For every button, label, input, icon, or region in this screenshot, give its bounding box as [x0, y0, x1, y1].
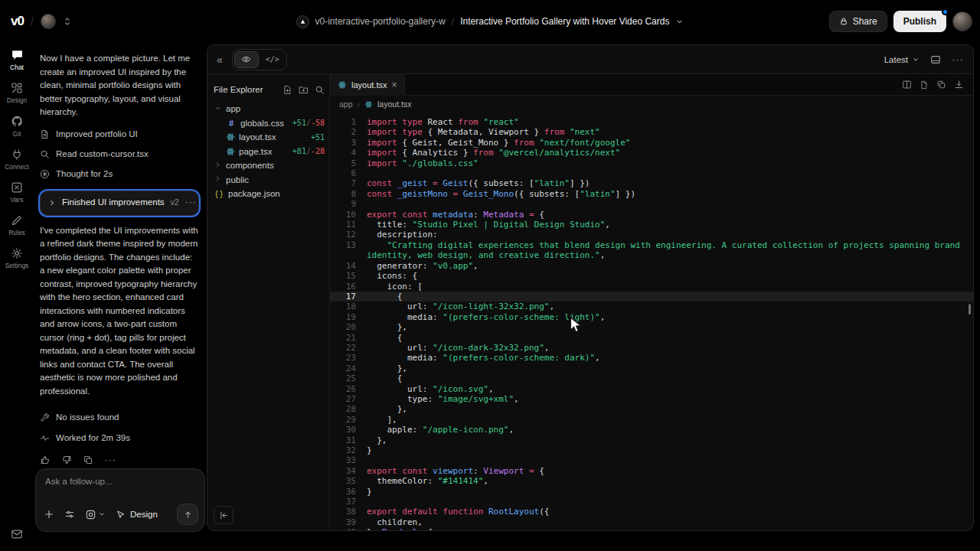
code-line-27[interactable]: 27 type: "image/svg+xml",: [330, 394, 973, 404]
code-line-17[interactable]: 17 {: [330, 292, 973, 302]
task-row[interactable]: Read custom-cursor.tsx: [40, 145, 199, 165]
code-line-31[interactable]: 31 },: [330, 435, 973, 445]
new-file-icon[interactable]: [283, 85, 292, 95]
code-line-39[interactable]: 39 children,: [330, 517, 973, 527]
code-toggle-button[interactable]: </>: [260, 51, 285, 68]
tab-layout-tsx[interactable]: layout.tsx ×: [330, 74, 405, 96]
task-row[interactable]: Thought for 2s: [40, 165, 199, 184]
code-line-21[interactable]: 21 {: [330, 333, 973, 343]
source-selector[interactable]: [85, 509, 106, 520]
version-card[interactable]: Finished UI improvements v2 ···: [40, 191, 199, 216]
code-line-3[interactable]: 3import { Geist, Geist_Mono } from "next…: [330, 138, 973, 148]
user-avatar[interactable]: [952, 11, 972, 31]
publish-button[interactable]: Publish: [893, 11, 946, 32]
followup-input-card[interactable]: Ask a follow-up... Design: [35, 468, 205, 532]
share-button[interactable]: Share: [829, 11, 887, 32]
code-line-40[interactable]: 40}: Readonly<{: [330, 527, 973, 530]
code-line-2[interactable]: 2import type { Metadata, Viewport } from…: [330, 127, 973, 137]
code-line-14[interactable]: 14 generator: "v0.app",: [330, 261, 973, 271]
tree-item-public[interactable]: public: [214, 173, 325, 187]
collapse-explorer-button[interactable]: [214, 506, 234, 524]
code-line-35[interactable]: 35 themeColor: "#141414",: [330, 476, 973, 486]
code-line-25[interactable]: 25 {: [330, 373, 973, 383]
code-line-8[interactable]: 8const _geistMono = Geist_Mono({ subsets…: [330, 189, 973, 199]
code-line-30[interactable]: 30 apple: "/apple-icon.png",: [330, 425, 973, 435]
code-line-16[interactable]: 16 icon: [: [330, 282, 973, 292]
code-line-22[interactable]: 22 url: "/icon-dark-32x32.png",: [330, 343, 973, 353]
feedback-mail-button[interactable]: [0, 528, 34, 540]
chevron-down-icon[interactable]: [675, 18, 684, 26]
code-line-15[interactable]: 15 icons: {: [330, 271, 973, 281]
close-tab-icon[interactable]: ×: [391, 80, 397, 90]
split-view-icon[interactable]: [902, 80, 912, 90]
rail-item-connect[interactable]: Connect: [0, 143, 34, 176]
code-line-9[interactable]: 9: [330, 199, 973, 209]
code-line-5[interactable]: 5import "./globals.css": [330, 158, 973, 168]
tree-item-layout-tsx[interactable]: layout.tsx+51: [214, 130, 325, 145]
settings-sliders-icon[interactable]: [64, 509, 75, 520]
task-row[interactable]: Improved portfolio UI: [40, 125, 199, 145]
thumbs-down-icon[interactable]: [61, 455, 72, 465]
tree-item-globals-css[interactable]: #globals.css+51/-58: [214, 116, 325, 131]
rail-item-rules[interactable]: Rules: [0, 209, 34, 242]
breadcrumb-chat-title[interactable]: Interactive Portfolio Gallery with Hover…: [460, 16, 669, 27]
code-line-23[interactable]: 23 media: "(prefers-color-scheme: dark)"…: [330, 353, 973, 363]
code-line-26[interactable]: 26 url: "/icon.svg",: [330, 384, 973, 394]
breadcrumb-project[interactable]: v0-interactive-portfolio-gallery-w: [315, 16, 446, 27]
more-actions-icon[interactable]: ···: [104, 453, 116, 467]
tree-item-package-json[interactable]: { }package.json: [214, 187, 325, 201]
code-editor[interactable]: 1import type React from "react"2import t…: [330, 112, 973, 530]
code-line-1[interactable]: 1import type React from "react": [330, 117, 973, 127]
code-line-19[interactable]: 19 media: "(prefers-color-scheme: light)…: [330, 312, 973, 322]
code-line-32[interactable]: 32}: [330, 445, 973, 455]
code-line-24[interactable]: 24 },: [330, 364, 973, 373]
code-line-38[interactable]: 38export default function RootLayout({: [330, 507, 973, 517]
code-line-28[interactable]: 28 },: [330, 404, 973, 414]
browser-window-icon[interactable]: [930, 54, 941, 65]
code-line-7[interactable]: 7const _geist = Geist({ subsets: ["latin…: [330, 178, 973, 188]
copy-icon[interactable]: [83, 455, 93, 465]
send-button[interactable]: [177, 504, 198, 525]
scrollbar-thumb[interactable]: [969, 304, 971, 315]
attach-plus-icon[interactable]: [44, 509, 54, 520]
download-icon[interactable]: [954, 80, 964, 90]
file-icon[interactable]: [920, 80, 929, 90]
new-folder-icon[interactable]: [299, 85, 309, 95]
status-row[interactable]: No issues found: [40, 407, 199, 428]
code-line-6[interactable]: 6: [330, 168, 973, 178]
code-line-20[interactable]: 20 },: [330, 322, 973, 332]
rail-item-design[interactable]: Design: [0, 77, 34, 109]
status-row[interactable]: Worked for 2m 39s: [40, 428, 199, 448]
code-line-12[interactable]: 12 description:: [330, 230, 973, 240]
ellipsis-icon[interactable]: ···: [185, 196, 197, 210]
more-options-icon[interactable]: ···: [952, 54, 964, 65]
tree-item-components[interactable]: components: [214, 158, 325, 173]
code-line-18[interactable]: 18 url: "/icon-light-32x32.png",: [330, 302, 973, 311]
breadcrumb-file[interactable]: layout.tsx: [377, 99, 411, 109]
preview-toggle-button[interactable]: [234, 51, 259, 68]
tree-item-app[interactable]: app: [214, 102, 325, 116]
code-line-4[interactable]: 4import { Analytics } from "@vercel/anal…: [330, 148, 973, 158]
code-line-33[interactable]: 33: [330, 455, 973, 465]
code-line-13[interactable]: 13 "Crafting digital experiences that bl…: [330, 240, 973, 261]
version-selector[interactable]: Latest: [884, 55, 920, 64]
rail-item-settings[interactable]: Settings: [0, 242, 34, 275]
code-line-11[interactable]: 11 title: "Studio Pixel | Digital Design…: [330, 220, 973, 230]
collapse-panel-icon[interactable]: «: [217, 54, 223, 66]
code-line-29[interactable]: 29 ],: [330, 415, 973, 425]
code-line-10[interactable]: 10export const metadata: Metadata = {: [330, 210, 973, 220]
code-line-37[interactable]: 37: [330, 497, 973, 507]
code-line-36[interactable]: 36}: [330, 487, 973, 497]
vercel-triangle-icon[interactable]: [296, 15, 309, 28]
followup-input[interactable]: Ask a follow-up...: [45, 477, 197, 486]
rail-item-git[interactable]: Git: [0, 109, 34, 143]
search-icon[interactable]: [315, 85, 325, 95]
rail-item-vars[interactable]: Vars: [0, 176, 34, 209]
copy-icon[interactable]: [936, 80, 946, 90]
breadcrumb-folder[interactable]: app: [339, 99, 353, 109]
code-line-34[interactable]: 34export const viewport: Viewport = {: [330, 466, 973, 476]
tree-item-page-tsx[interactable]: page.tsx+81/-28: [214, 145, 325, 159]
thumbs-up-icon[interactable]: [40, 455, 51, 465]
design-mode-button[interactable]: Design: [116, 510, 158, 520]
rail-item-chat[interactable]: Chat: [0, 43, 34, 77]
